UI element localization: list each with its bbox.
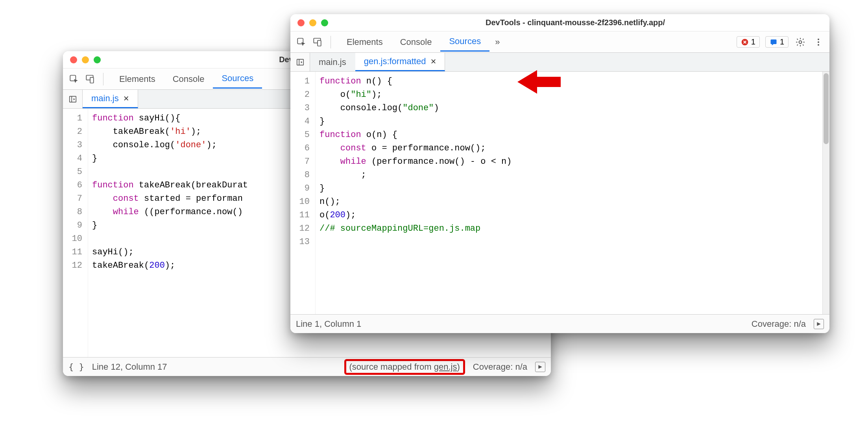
zoom-window-button[interactable] xyxy=(94,56,101,63)
cursor-position: Line 1, Column 1 xyxy=(296,319,361,329)
window-title: DevTools - clinquant-mousse-2f2396.netli… xyxy=(328,18,822,27)
svg-rect-2 xyxy=(90,77,94,83)
settings-gear-icon[interactable] xyxy=(794,36,807,48)
panel-tab-sources[interactable]: Sources xyxy=(440,32,489,52)
format-toggle-icon[interactable] xyxy=(814,319,824,329)
minimize-window-button[interactable] xyxy=(309,19,316,26)
close-window-button[interactable] xyxy=(297,19,305,26)
close-tab-icon[interactable]: × xyxy=(430,57,436,66)
devtools-toolbar: Elements Console Sources » 1 1 xyxy=(290,31,829,53)
source-map-link[interactable]: gen.js xyxy=(434,362,457,372)
svg-point-11 xyxy=(818,39,819,40)
toolbar-right: 1 1 xyxy=(737,36,825,48)
device-toolbar-icon[interactable] xyxy=(311,36,323,48)
separator xyxy=(103,73,103,85)
status-bar: Line 1, Column 1 Coverage: n/a xyxy=(290,314,829,333)
file-tab[interactable]: main.js xyxy=(310,53,355,71)
source-mapped-indicator: (source mapped from gen.js) xyxy=(344,359,465,375)
svg-rect-14 xyxy=(297,59,303,65)
devtools-window-front: DevTools - clinquant-mousse-2f2396.netli… xyxy=(290,14,829,333)
panel-tabs-more[interactable]: » xyxy=(489,33,505,51)
traffic-lights xyxy=(297,19,328,26)
traffic-lights xyxy=(70,56,101,63)
close-window-button[interactable] xyxy=(70,56,77,63)
navigator-toggle-icon[interactable] xyxy=(63,90,83,108)
code-editor[interactable]: 1 2 3 4 5 6 7 8 9 10 11 12 13 function n… xyxy=(290,72,829,314)
panel-tab-console[interactable]: Console xyxy=(164,70,213,88)
annotation-arrow-icon xyxy=(515,66,563,98)
minimize-window-button[interactable] xyxy=(82,56,89,63)
navigator-toggle-icon[interactable] xyxy=(290,53,310,71)
line-gutter: 1 2 3 4 5 6 7 8 9 10 11 12 xyxy=(63,109,88,357)
file-tab[interactable]: gen.js:formatted× xyxy=(355,53,445,71)
device-toolbar-icon[interactable] xyxy=(83,73,96,85)
zoom-window-button[interactable] xyxy=(321,19,328,26)
line-gutter: 1 2 3 4 5 6 7 8 9 10 11 12 13 xyxy=(290,72,316,314)
svg-point-12 xyxy=(818,41,819,43)
svg-rect-7 xyxy=(318,40,321,46)
issues-badge[interactable]: 1 xyxy=(765,36,789,48)
panel-tab-console[interactable]: Console xyxy=(392,33,441,51)
kebab-menu-icon[interactable] xyxy=(812,36,825,48)
titlebar: DevTools - clinquant-mousse-2f2396.netli… xyxy=(290,14,829,31)
separator xyxy=(331,36,331,48)
panel-tab-elements[interactable]: Elements xyxy=(338,33,392,51)
inspect-element-icon[interactable] xyxy=(295,36,308,48)
svg-rect-9 xyxy=(770,39,776,44)
panel-tabs: Elements Console Sources xyxy=(111,69,262,89)
svg-point-10 xyxy=(799,41,802,43)
panel-tabs: Elements Console Sources » xyxy=(338,32,505,52)
panel-tab-sources[interactable]: Sources xyxy=(213,69,262,89)
close-tab-icon[interactable]: × xyxy=(124,94,129,103)
status-bar: { } Line 12, Column 17 (source mapped fr… xyxy=(63,357,551,376)
format-toggle-icon[interactable] xyxy=(535,362,545,372)
cursor-position: Line 12, Column 17 xyxy=(92,362,167,372)
file-tab-label: main.js xyxy=(319,57,346,67)
file-tab[interactable]: main.js× xyxy=(83,90,138,108)
file-tab-label: main.js xyxy=(91,93,119,104)
svg-point-13 xyxy=(818,44,819,46)
inspect-element-icon[interactable] xyxy=(68,73,80,85)
pretty-print-icon[interactable]: { } xyxy=(68,362,84,372)
scrollbar-thumb[interactable] xyxy=(824,73,829,144)
svg-rect-3 xyxy=(69,96,76,102)
scrollbar[interactable] xyxy=(822,72,829,314)
coverage-indicator: Coverage: n/a xyxy=(473,362,527,372)
coverage-indicator: Coverage: n/a xyxy=(752,319,806,329)
error-badge[interactable]: 1 xyxy=(737,36,760,48)
file-tab-label: gen.js:formatted xyxy=(364,56,426,67)
panel-tab-elements[interactable]: Elements xyxy=(111,70,164,88)
code-content[interactable]: function n() { o("hi"); console.log("don… xyxy=(316,72,829,314)
